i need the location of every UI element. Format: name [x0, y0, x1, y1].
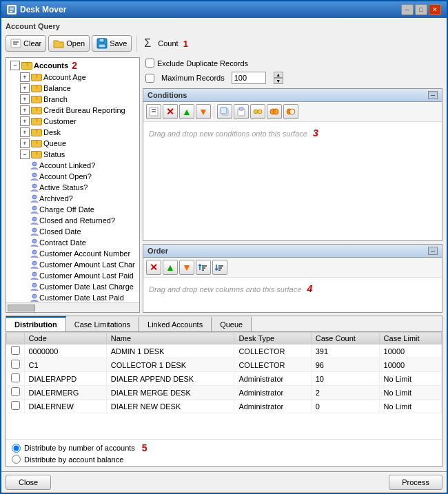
- tree-container[interactable]: − Accounts 2 + Account Age + Balan: [6, 58, 139, 302]
- conditions-not-btn[interactable]: [283, 104, 298, 119]
- conditions-new-btn[interactable]: [146, 104, 161, 119]
- tree-leaf-cust-amt-last-paid[interactable]: Customer Amount Last Paid: [8, 270, 138, 281]
- max-records-checkbox[interactable]: [145, 74, 154, 83]
- tree-item-account-age[interactable]: + Account Age: [8, 72, 138, 83]
- conditions-up-btn[interactable]: ▲: [179, 104, 194, 119]
- tree-leaf-customer-acct-num[interactable]: Customer Account Number: [8, 248, 138, 259]
- row-checkbox[interactable]: [7, 386, 25, 400]
- row-code: 0000000: [24, 344, 106, 358]
- tree-item-desk[interactable]: + Desk: [8, 127, 138, 138]
- max-records-row: Maximum Records ▲ ▼: [143, 72, 442, 85]
- radio-by-balance-input[interactable]: [12, 455, 21, 464]
- tree-scrollbar-thumb[interactable]: [8, 305, 35, 311]
- expander-desk[interactable]: +: [20, 127, 30, 137]
- conditions-collapse-btn[interactable]: ─: [428, 91, 438, 99]
- order-delete-btn[interactable]: ✕: [146, 260, 161, 275]
- folder-icon-status: [31, 151, 41, 158]
- table-container[interactable]: Code Name Desk Type Case Count Case Limi…: [6, 332, 442, 439]
- root-expander[interactable]: −: [10, 61, 20, 70]
- conditions-delete-btn[interactable]: ✕: [163, 104, 178, 119]
- order-up-btn[interactable]: ▲: [163, 260, 178, 275]
- conditions-and-btn[interactable]: [267, 104, 282, 119]
- row-checkbox[interactable]: [7, 344, 25, 358]
- tree-leaf-closed-date[interactable]: Closed Date: [8, 226, 138, 237]
- tree-item-branch[interactable]: + Branch: [8, 94, 138, 105]
- open-button[interactable]: Open: [48, 35, 90, 52]
- right-panel: Exclude Duplicate Records Maximum Record…: [143, 57, 442, 313]
- svg-point-11: [32, 173, 37, 177]
- tab-queue[interactable]: Queue: [212, 316, 252, 331]
- tab-linked-accounts[interactable]: Linked Accounts: [139, 316, 212, 331]
- table-row[interactable]: DIALERAPPD DIALER APPEND DESK Administra…: [7, 372, 442, 386]
- distribution-table: Code Name Desk Type Case Count Case Limi…: [6, 332, 442, 413]
- tab-case-limitations[interactable]: Case Limitations: [66, 316, 139, 331]
- tree-leaf-cust-date-last-charge[interactable]: Customer Date Last Charge: [8, 281, 138, 292]
- order-sort-asc-btn[interactable]: [196, 260, 211, 275]
- tree-leaf-cust-date-last-paid[interactable]: Customer Date Last Paid: [8, 292, 138, 302]
- close-button[interactable]: Close: [6, 475, 51, 490]
- order-drop-area[interactable]: Drag and drop new columns onto this surf…: [143, 278, 442, 312]
- close-window-button[interactable]: ✕: [429, 4, 441, 15]
- row-code: DIALERNEW: [24, 400, 106, 413]
- tree-item-balance[interactable]: + Balance: [8, 83, 138, 94]
- tree-scrollbar[interactable]: [6, 302, 139, 312]
- spin-up[interactable]: ▲: [274, 72, 283, 78]
- table-row[interactable]: 0000000 ADMIN 1 DESK COLLECTOR 391 10000: [7, 344, 442, 358]
- tree-leaf-charge-off-date[interactable]: Charge Off Date: [8, 204, 138, 215]
- clear-button[interactable]: Clear: [6, 35, 46, 52]
- tree-leaf-archived[interactable]: Archived?: [8, 193, 138, 204]
- maximize-button[interactable]: □: [415, 4, 427, 15]
- conditions-copy-btn[interactable]: [217, 104, 232, 119]
- row-case-limit: 10000: [379, 344, 441, 358]
- radio-by-accounts[interactable]: Distribute by number of accounts 5: [12, 442, 436, 453]
- tree-leaf-closed-returned[interactable]: Closed and Returned?: [8, 215, 138, 226]
- order-down-btn[interactable]: ▼: [179, 260, 194, 275]
- max-records-input[interactable]: [232, 72, 266, 84]
- row-checkbox[interactable]: [7, 358, 25, 372]
- row-checkbox[interactable]: [7, 372, 25, 386]
- tree-item-customer[interactable]: + Customer: [8, 116, 138, 127]
- process-button[interactable]: Process: [389, 475, 442, 490]
- row-checkbox[interactable]: [7, 400, 25, 413]
- conditions-drop-area[interactable]: Drag and drop new conditions onto this s…: [143, 122, 442, 240]
- svg-rect-4: [11, 39, 21, 48]
- expander-status[interactable]: −: [20, 150, 30, 159]
- tree-item-queue[interactable]: + Queue: [8, 138, 138, 149]
- label-cust-amt-last-char: Customer Amount Last Char: [39, 260, 135, 269]
- table-row[interactable]: C1 COLLECTOR 1 DESK COLLECTOR 96 10000: [7, 358, 442, 372]
- expander-queue[interactable]: +: [20, 138, 30, 148]
- spin-down[interactable]: ▼: [274, 78, 283, 84]
- table-row[interactable]: DIALERMERG DIALER MERGE DESK Administrat…: [7, 386, 442, 400]
- main-toolbar: Clear Open Save Σ Count 1: [6, 35, 442, 52]
- tree-leaf-account-open[interactable]: Account Open?: [8, 171, 138, 182]
- label-balance: Balance: [43, 84, 71, 92]
- tree-root[interactable]: − Accounts 2: [8, 59, 138, 72]
- radio-by-balance-label: Distribute by account balance: [24, 455, 123, 464]
- tree-leaf-contract-date[interactable]: Contract Date: [8, 237, 138, 248]
- col-header-code: Code: [24, 333, 106, 344]
- order-sort-desc-btn[interactable]: [212, 260, 227, 275]
- radio-by-accounts-input[interactable]: [12, 444, 21, 453]
- radio-by-balance[interactable]: Distribute by account balance: [12, 455, 436, 464]
- conditions-paste-btn[interactable]: [234, 104, 249, 119]
- row-case-count: 2: [311, 386, 379, 400]
- tree-item-status[interactable]: − Status: [8, 149, 138, 160]
- table-row[interactable]: DIALERNEW DIALER NEW DESK Administrator …: [7, 400, 442, 413]
- expander-account-age[interactable]: +: [20, 72, 30, 82]
- conditions-down-btn[interactable]: ▼: [196, 104, 211, 119]
- tree-leaf-active-status[interactable]: Active Status?: [8, 182, 138, 193]
- tree-leaf-cust-amt-last-char[interactable]: Customer Amount Last Char: [8, 259, 138, 270]
- expander-balance[interactable]: +: [20, 83, 30, 93]
- tree-item-credit-bureau[interactable]: + Credit Bureau Reporting: [8, 105, 138, 116]
- minimize-button[interactable]: ─: [401, 4, 414, 15]
- count-button[interactable]: Count: [155, 39, 181, 48]
- tree-leaf-account-linked[interactable]: Account Linked?: [8, 160, 138, 171]
- expander-customer[interactable]: +: [20, 116, 30, 126]
- order-collapse-btn[interactable]: ─: [428, 247, 438, 255]
- exclude-duplicate-checkbox[interactable]: [145, 59, 154, 68]
- expander-credit-bureau[interactable]: +: [20, 105, 30, 115]
- conditions-group-btn[interactable]: [250, 104, 265, 119]
- tab-distribution[interactable]: Distribution: [6, 316, 66, 331]
- expander-branch[interactable]: +: [20, 94, 30, 104]
- save-button[interactable]: Save: [92, 35, 132, 52]
